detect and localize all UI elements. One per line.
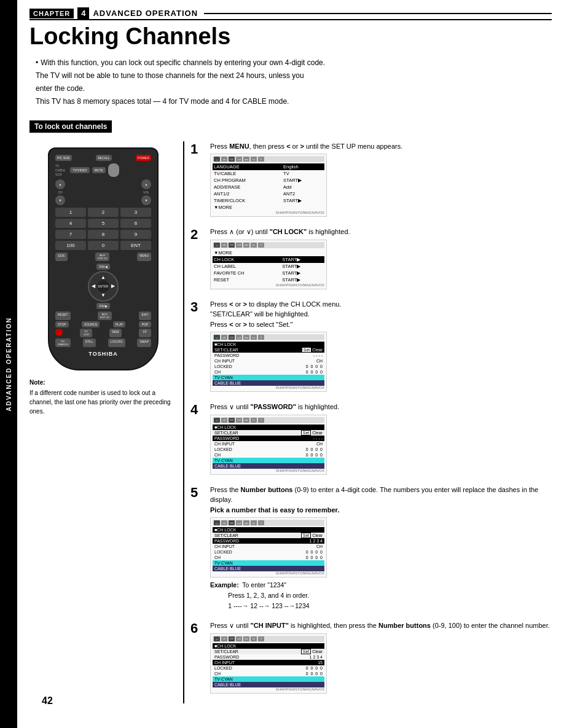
tv-icons-row-6: 📺 ch CD vol ww cc ≡ — [213, 636, 324, 642]
fav-right-btn[interactable]: FAV▶ — [96, 303, 109, 309]
icon-4: vol — [236, 157, 242, 162]
note-title: Note: — [29, 378, 177, 387]
step-5-screen: 📺 ch CD vol ww cc ≡ ■CH LOCK SET/CLEAR S… — [210, 517, 327, 577]
tv-video-btn[interactable]: TV/VIDEO — [70, 167, 89, 173]
power-btn[interactable]: POWER — [136, 155, 151, 161]
icon-2-1: 📺 — [214, 243, 220, 248]
main-content: CHAPTER 4 ADVANCED OPERATION Locking Cha… — [17, 0, 564, 716]
ch-down-btn[interactable]: ▼ — [55, 195, 65, 205]
chapter-header: CHAPTER 4 ADVANCED OPERATION — [29, 0, 552, 20]
ch-num-row-4: CH0 0 0 0 — [213, 452, 324, 458]
num-6-btn[interactable]: 6 — [120, 219, 151, 228]
icon-3-1: 📺 — [214, 335, 220, 340]
nav-circle[interactable]: ▲ ▼ ◀ ▶ ENTER — [88, 271, 119, 302]
cable-blue-row-3: CABLE·BLUE — [213, 380, 324, 386]
locate-btn[interactable]: LOCATE — [108, 339, 125, 347]
step-1-content: Press MENU, then press < or > until the … — [210, 141, 552, 217]
vol-down-btn[interactable]: ▼ — [141, 195, 151, 205]
ch-input-row-6: CH INPUT15 — [213, 660, 324, 665]
set-value: Set Clear — [302, 348, 323, 352]
step-3-content: Press < or > to display the CH LOCK menu… — [210, 299, 552, 393]
pic-size-btn[interactable]: PIC SIZE — [55, 155, 72, 161]
num-5-btn[interactable]: 5 — [88, 219, 119, 228]
pop-btn[interactable]: POP — [139, 321, 151, 327]
icon-4-6: cc — [251, 418, 257, 423]
vol-label: VOL — [143, 190, 149, 194]
vcr-label: VCR — [55, 173, 65, 176]
still-btn[interactable]: STILL — [83, 339, 96, 347]
bullet-icon: • — [36, 58, 38, 67]
play-btn[interactable]: PLAY — [113, 321, 125, 327]
mute-btn[interactable]: MUTE — [92, 167, 106, 173]
eds-btn[interactable]: EDS — [55, 252, 68, 261]
cable-blue-row-6: CABLE·BLUE — [213, 682, 324, 687]
exit-btn[interactable]: EXIT — [139, 311, 151, 320]
num-7-btn[interactable]: 7 — [55, 230, 86, 239]
ch-search-btn[interactable]: CH·SEARCH — [55, 339, 71, 347]
tv-icons-row-3: 📺 ch CD vol ww cc ≡ — [213, 334, 324, 340]
num-2-btn[interactable]: 2 — [88, 208, 119, 217]
stop-btn[interactable]: STOP — [55, 321, 69, 327]
step-4-text: Press ∨ until "PASSWORD" is highlighted. — [210, 402, 552, 412]
step-5-text: Press the Number buttons (0-9) to enter … — [210, 485, 552, 515]
num-0-btn[interactable]: 0 — [88, 241, 119, 250]
num-3-btn[interactable]: 3 — [120, 208, 151, 217]
icon-5-1: 📺 — [214, 520, 220, 525]
icon-6: cc — [251, 157, 257, 162]
icon-3-2: ch — [221, 335, 227, 340]
tv-cyan-row-5: TV·CYAN — [213, 560, 324, 566]
nav-left-icon: ◀ — [92, 283, 95, 289]
icon-5-6: cc — [251, 520, 257, 525]
remote-control: PIC SIZE RECALL POWER TV CABLE VCR TV/VI… — [48, 147, 159, 370]
menu-btn[interactable]: MENU — [137, 252, 151, 261]
tv-cyan-row-4: TV·CYAN — [213, 458, 324, 463]
icon-5-7: ≡ — [258, 520, 264, 525]
nav-up-icon: ▲ — [101, 275, 106, 280]
enter-btn[interactable]: ENTER — [97, 280, 109, 292]
tv-footer-5: SHARP/SANYO/MAGNAVOX — [213, 571, 324, 575]
num-100-btn[interactable]: 100 — [55, 241, 86, 250]
recall-btn[interactable]: RECALL — [96, 155, 111, 161]
reset-row: RESET ADV/POP CH EXIT — [55, 311, 151, 320]
adv-btn2[interactable]: ADV/POP CH — [98, 311, 112, 320]
icon-2-3: CD — [229, 243, 235, 248]
step-5-example: Example: To enter "1234" Press 1, 2, 3, … — [210, 580, 552, 611]
num-1-btn[interactable]: 1 — [55, 208, 86, 217]
tv-vcr-btn[interactable]: TV·VCR — [80, 329, 92, 337]
adv-pop-btn[interactable]: ADV/POP CH — [95, 252, 109, 261]
ch-buttons: ▲ CH ▼ — [55, 179, 65, 205]
password-row-5: PASSWORD1 2 3 4 — [213, 538, 324, 544]
icon-4-7: ≡ — [258, 418, 264, 423]
rew-btn[interactable]: REW — [109, 329, 122, 337]
icon-6-4: vol — [236, 636, 242, 641]
fav-left-btn[interactable]: FAV◀ — [96, 264, 109, 270]
num-4-btn[interactable]: 4 — [55, 219, 86, 228]
page-title: Locking Channels — [29, 24, 552, 50]
tv-cyan-row-3: TV·CYAN — [213, 375, 324, 380]
ent-btn[interactable]: ENT — [120, 241, 151, 250]
swap-btn[interactable]: SWAP — [137, 339, 151, 347]
ch-up-btn[interactable]: ▲ — [55, 179, 65, 189]
icon-3-6: cc — [251, 335, 257, 340]
ff-btn[interactable]: FF — [139, 329, 151, 337]
source-btn[interactable]: SOURCE — [82, 321, 100, 327]
icon-5-4: vol — [236, 520, 242, 525]
set-clear-row-6: SET/CLEAR Set Clear — [213, 649, 324, 654]
locked-row-6: LOCKED0 0 0 0 — [213, 665, 324, 671]
icon-3-7: ≡ — [258, 335, 264, 340]
rec-btn[interactable] — [55, 329, 63, 336]
tv-footer-4: SHARP/SANYO/MAGNAVOX — [213, 469, 324, 472]
reset-btn[interactable]: RESET — [55, 311, 71, 320]
intro-line-3: enter the code. — [36, 83, 552, 95]
intro-line-4: This TV has 8 memory spaces total — 4 fo… — [36, 96, 552, 108]
page-number: 42 — [42, 695, 53, 706]
num-9-btn[interactable]: 9 — [120, 230, 151, 239]
stop-row: STOP SOURCE PLAY POP — [55, 321, 151, 327]
ch-num-row-3: CH0 0 0 0 — [213, 369, 324, 375]
menu-row-tv-cable: TV/CABLETV — [213, 170, 324, 177]
ch-lock-header: ■CH LOCK — [213, 342, 324, 347]
num-8-btn[interactable]: 8 — [88, 230, 119, 239]
step-5-num: 5 — [190, 486, 205, 499]
vol-up-btn[interactable]: ▲ — [141, 179, 151, 189]
step-2-num: 2 — [190, 228, 205, 241]
